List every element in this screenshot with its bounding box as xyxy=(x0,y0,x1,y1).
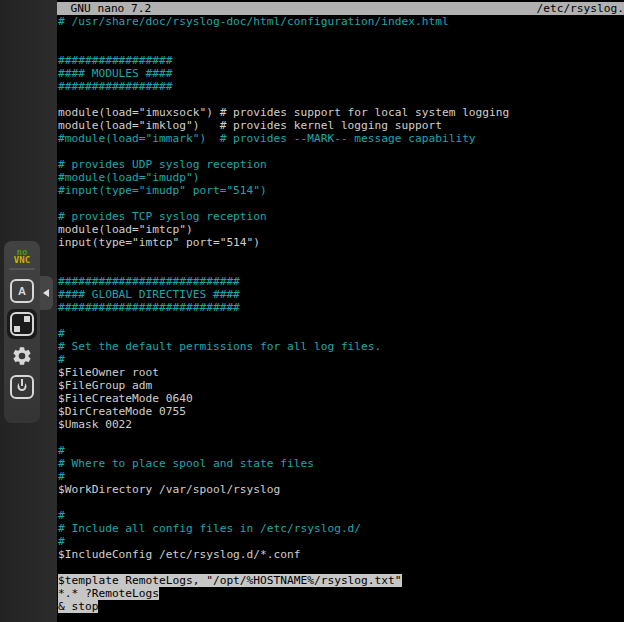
editor-line[interactable]: # xyxy=(57,509,624,522)
code-text: $FileGroup adm xyxy=(58,379,152,392)
panel-divider xyxy=(9,268,35,270)
editor-line[interactable]: module(load="imuxsock") # provides suppo… xyxy=(57,106,624,119)
code-text: module(load="imtcp") xyxy=(58,223,193,236)
editor-line[interactable]: *.* ?RemoteLogs xyxy=(57,587,624,600)
fullscreen-corner-top-right xyxy=(24,316,30,322)
power-button[interactable] xyxy=(10,375,34,399)
power-icon xyxy=(10,375,34,399)
terminal-window[interactable]: GNU nano 7.2 /etc/rsyslog. # /usr/share/… xyxy=(57,0,624,622)
comment-text: ################# xyxy=(58,80,173,93)
editor-area[interactable]: # /usr/share/doc/rsyslog-doc/html/config… xyxy=(57,15,624,622)
comment-text: #input(type="imudp" port="514") xyxy=(58,184,267,197)
comment-text: #module(load="imudp") xyxy=(58,171,199,184)
editor-line[interactable]: # Include all config files in /etc/rsysl… xyxy=(57,522,624,535)
comment-text: # xyxy=(58,327,65,340)
selected-text: *.* ?RemoteLogs xyxy=(58,587,159,600)
code-text: $DirCreateMode 0755 xyxy=(58,405,186,418)
editor-line[interactable]: $FileOwner root xyxy=(57,366,624,379)
editor-line[interactable]: $template RemoteLogs, "/opt/%HOSTNAME%/r… xyxy=(57,574,624,587)
comment-text: #### GLOBAL DIRECTIVES #### xyxy=(58,288,240,301)
comment-text: # provides UDP syslog reception xyxy=(58,158,267,171)
editor-line[interactable] xyxy=(57,431,624,444)
editor-line[interactable]: #### GLOBAL DIRECTIVES #### xyxy=(57,288,624,301)
comment-text: ########################### xyxy=(58,301,240,314)
editor-line[interactable] xyxy=(57,93,624,106)
editor-line[interactable]: # xyxy=(57,327,624,340)
extra-keys-button[interactable]: A xyxy=(10,279,34,303)
editor-line[interactable]: # provides TCP syslog reception xyxy=(57,210,624,223)
editor-line[interactable] xyxy=(57,496,624,509)
editor-line[interactable] xyxy=(57,41,624,54)
comment-text: # /usr/share/doc/rsyslog-doc/html/config… xyxy=(58,15,449,28)
editor-line[interactable]: ################# xyxy=(57,80,624,93)
editor-line[interactable]: # xyxy=(57,444,624,457)
editor-line[interactable]: #### MODULES #### xyxy=(57,67,624,80)
code-text: $FileOwner root xyxy=(58,366,159,379)
fullscreen-button[interactable] xyxy=(7,309,37,339)
editor-line[interactable]: # /usr/share/doc/rsyslog-doc/html/config… xyxy=(57,15,624,28)
comment-text: #### MODULES #### xyxy=(58,67,173,80)
nano-app-title: GNU nano 7.2 xyxy=(57,2,151,15)
code-text: $IncludeConfig /etc/rsyslog.d/*.conf xyxy=(58,548,300,561)
editor-line[interactable]: $WorkDirectory /var/spool/rsyslog xyxy=(57,483,624,496)
code-text: $Umask 0022 xyxy=(58,418,132,431)
logo-text-vnc: VNC xyxy=(14,256,30,264)
settings-button[interactable] xyxy=(11,345,33,367)
editor-line[interactable]: $DirCreateMode 0755 xyxy=(57,405,624,418)
editor-line[interactable]: #module(load="immark") # provides --MARK… xyxy=(57,132,624,145)
editor-line[interactable]: ########################### xyxy=(57,275,624,288)
editor-line[interactable]: # Set the default permissions for all lo… xyxy=(57,340,624,353)
editor-line[interactable]: ########################### xyxy=(57,301,624,314)
editor-line[interactable]: input(type="imtcp" port="514") xyxy=(57,236,624,249)
editor-line[interactable]: # xyxy=(57,353,624,366)
nano-file-path: /etc/rsyslog. xyxy=(536,2,624,15)
editor-line[interactable]: # xyxy=(57,535,624,548)
comment-text: # xyxy=(58,353,65,366)
editor-line[interactable] xyxy=(57,314,624,327)
nano-titlebar: GNU nano 7.2 /etc/rsyslog. xyxy=(57,2,624,15)
editor-line[interactable]: module(load="imklog") # provides kernel … xyxy=(57,119,624,132)
code-text: module(load="imuxsock") # provides suppo… xyxy=(58,106,509,119)
novnc-logo: no VNC xyxy=(14,248,30,264)
comment-text: # Include all config files in /etc/rsysl… xyxy=(58,522,361,535)
code-text: $FileCreateMode 0640 xyxy=(58,392,193,405)
editor-line[interactable] xyxy=(57,197,624,210)
editor-line[interactable]: # provides UDP syslog reception xyxy=(57,158,624,171)
editor-line[interactable] xyxy=(57,249,624,262)
code-text: $WorkDirectory /var/spool/rsyslog xyxy=(58,483,280,496)
editor-line[interactable]: $FileCreateMode 0640 xyxy=(57,392,624,405)
power-bar xyxy=(19,379,25,386)
selected-text: & stop xyxy=(58,600,98,613)
editor-line[interactable]: & stop xyxy=(57,600,624,613)
editor-line[interactable]: ################# xyxy=(57,54,624,67)
comment-text: # xyxy=(58,509,65,522)
editor-line[interactable] xyxy=(57,561,624,574)
comment-text: ################# xyxy=(58,54,173,67)
gear-icon xyxy=(11,345,33,367)
vnc-control-panel: no VNC A xyxy=(4,241,40,423)
code-text: input(type="imtcp" port="514") xyxy=(58,236,260,249)
comment-text: # xyxy=(58,535,65,548)
editor-line[interactable]: module(load="imtcp") xyxy=(57,223,624,236)
editor-line[interactable]: # Where to place spool and state files xyxy=(57,457,624,470)
editor-line[interactable]: $FileGroup adm xyxy=(57,379,624,392)
editor-line[interactable]: $Umask 0022 xyxy=(57,418,624,431)
editor-line[interactable]: $IncludeConfig /etc/rsyslog.d/*.conf xyxy=(57,548,624,561)
comment-text: # xyxy=(58,444,65,457)
panel-collapse-handle[interactable] xyxy=(40,276,53,310)
comment-text: # xyxy=(58,470,65,483)
screen: no VNC A xyxy=(0,0,624,622)
editor-line[interactable] xyxy=(57,145,624,158)
comment-text: # Where to place spool and state files xyxy=(58,457,314,470)
editor-line[interactable]: #module(load="imudp") xyxy=(57,171,624,184)
editor-line[interactable] xyxy=(57,28,624,41)
fullscreen-corner-bottom-left xyxy=(14,326,20,332)
editor-line[interactable]: #input(type="imudp" port="514") xyxy=(57,184,624,197)
editor-line[interactable] xyxy=(57,262,624,275)
collapse-left-arrow-icon xyxy=(43,289,49,297)
vnc-sidebar-strip: no VNC A xyxy=(0,0,57,622)
comment-text: ########################### xyxy=(58,275,240,288)
editor-line[interactable]: # xyxy=(57,470,624,483)
code-text: module(load="imklog") # provides kernel … xyxy=(58,119,442,132)
keyboard-key-a-icon: A xyxy=(10,279,34,303)
